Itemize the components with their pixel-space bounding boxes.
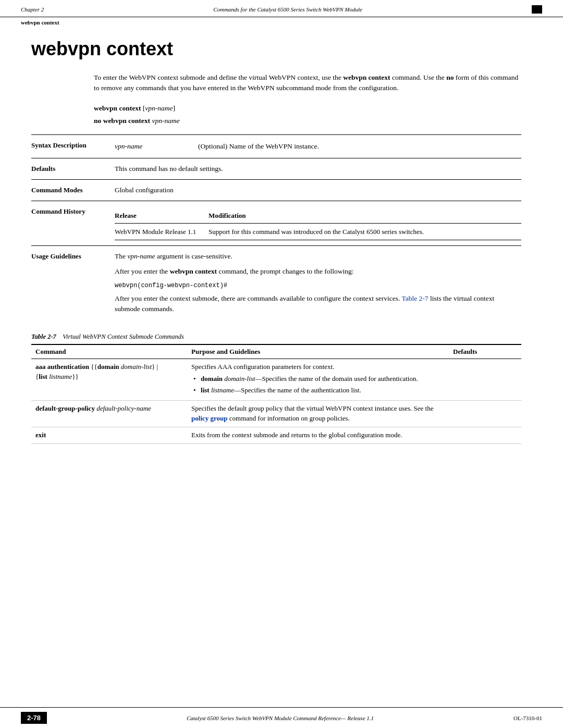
syntax-description-label: Syntax Description (31, 134, 115, 158)
command-history-row: Command History Release Modification Web… (31, 201, 521, 246)
command-history-header: Release Modification (115, 208, 521, 223)
command-history-table: Release Modification WebVPN Module Relea… (115, 208, 521, 240)
syntax1-bold: webvpn context (94, 104, 141, 112)
header-marker (532, 5, 542, 14)
history-modification: Support for this command was introduced … (209, 223, 521, 240)
table-link[interactable]: Table 2-7 (401, 294, 428, 302)
col-release: Release (115, 208, 209, 223)
header-chapter: Chapter 2 (21, 6, 44, 13)
usage-para1: The vpn-name argument is case-sensitive. (115, 251, 521, 262)
page-header: Chapter 2 Commands for the Catalyst 6500… (0, 0, 563, 17)
syntax-line-2: no webvpn context vpn-name (94, 117, 521, 125)
table-num: Table 2-7 (31, 333, 56, 340)
usage-code: webvpn(config-webvpn-context)# (115, 281, 521, 290)
table-caption: Table 2-7 Virtual WebVPN Context Submode… (31, 333, 521, 341)
syntax-description-content: vpn-name (Optional) Name of the WebVPN i… (115, 134, 521, 158)
syntax-param: vpn-name (115, 140, 198, 153)
table-caption-title: Virtual WebVPN Context Submode Commands (63, 333, 184, 340)
col-modification: Modification (209, 208, 521, 223)
col-purpose: Purpose and Guidelines (187, 344, 449, 359)
history-release: WebVPN Module Release 1.1 (115, 223, 209, 240)
bullet-item: domain domain-list—Specifies the name of… (191, 374, 445, 384)
usage-para3: After you enter the context submode, the… (115, 293, 521, 315)
usage-guidelines-row: Usage Guidelines The vpn-name argument i… (31, 246, 521, 324)
table-row: default-group-policy default-policy-name… (31, 401, 521, 427)
command-modes-row: Command Modes Global configuration (31, 180, 521, 201)
syntax-description-text: (Optional) Name of the WebVPN instance. (198, 140, 521, 153)
syntax-line-1: webvpn context [vpn-name] (94, 104, 521, 113)
bullet-item: list listname—Specifies the name of the … (191, 386, 445, 395)
purpose-cell-1: Specifies AAA configuration parameters f… (187, 359, 449, 401)
cmd-cell-2: default-group-policy default-policy-name (31, 401, 187, 427)
defaults-cell-1 (449, 359, 521, 401)
page-footer: 2-78 Catalyst 6500 Series Switch WebVPN … (0, 707, 563, 728)
syntax1-param: vpn-name (145, 104, 173, 112)
purpose-bullets-1: domain domain-list—Specifies the name of… (191, 374, 445, 395)
syntax2-param: vpn-name (152, 117, 179, 125)
page-title: webvpn context (31, 38, 521, 60)
cmd-cell-3: exit (31, 427, 187, 444)
purpose-cell-3: Exits from the context submode and retur… (187, 427, 449, 444)
purpose-cell-2: Specifies the default group policy that … (187, 401, 449, 427)
defaults-cell-3 (449, 427, 521, 444)
col-defaults: Defaults (449, 344, 521, 359)
sections-table: Syntax Description vpn-name (Optional) N… (31, 134, 521, 324)
usage-guidelines-label: Usage Guidelines (31, 246, 115, 324)
command-history-data-row: WebVPN Module Release 1.1Support for thi… (115, 223, 521, 240)
usage-guidelines-content: The vpn-name argument is case-sensitive.… (115, 246, 521, 324)
main-content: webvpn context To enter the WebVPN conte… (0, 28, 563, 475)
footer-center: Catalyst 6500 Series Switch WebVPN Modul… (187, 715, 374, 721)
col-command: Command (31, 344, 187, 359)
command-modes-content: Global configuration (115, 180, 521, 201)
table-row: exit Exits from the context submode and … (31, 427, 521, 444)
footer-page-num: 2-78 (21, 712, 47, 724)
usage-para2: After you enter the webvpn context comma… (115, 266, 521, 277)
defaults-row: Defaults This command has no default set… (31, 158, 521, 179)
cmd-cell-1: aaa authentication {{domain domain-list}… (31, 359, 187, 401)
command-modes-label: Command Modes (31, 180, 115, 201)
defaults-content: This command has no default settings. (115, 158, 521, 179)
syntax-desc-row: vpn-name (Optional) Name of the WebVPN i… (115, 140, 521, 153)
policy-link[interactable]: policy group (191, 414, 227, 422)
breadcrumb: webvpn context (0, 17, 563, 28)
defaults-label: Defaults (31, 158, 115, 179)
cmd-table: Command Purpose and Guidelines Defaults … (31, 344, 521, 444)
command-history-label: Command History (31, 201, 115, 246)
table-row: aaa authentication {{domain domain-list}… (31, 359, 521, 401)
syntax-desc-table: vpn-name (Optional) Name of the WebVPN i… (115, 140, 521, 153)
syntax2-no: no webvpn context (94, 117, 150, 125)
defaults-cell-2 (449, 401, 521, 427)
header-title: Commands for the Catalyst 6500 Series Sw… (213, 6, 362, 13)
intro-paragraph: To enter the WebVPN context submode and … (94, 72, 521, 94)
breadcrumb-text: webvpn context (21, 19, 59, 26)
command-history-content: Release Modification WebVPN Module Relea… (115, 201, 521, 246)
footer-right: OL-7310-01 (513, 715, 542, 721)
syntax-description-row: Syntax Description vpn-name (Optional) N… (31, 134, 521, 158)
cmd-table-header: Command Purpose and Guidelines Defaults (31, 344, 521, 359)
